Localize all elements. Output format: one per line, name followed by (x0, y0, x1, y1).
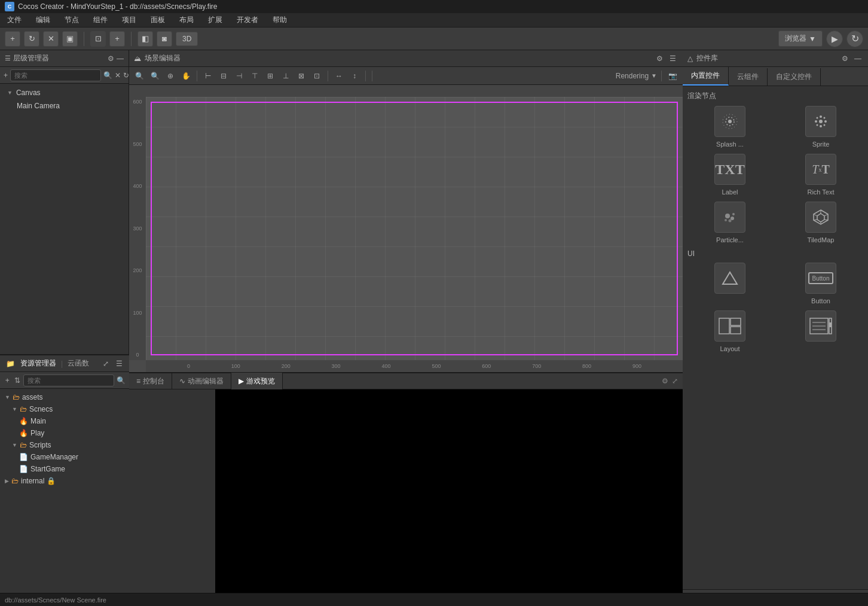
widget-tiledmap[interactable]: TiledMap (778, 202, 863, 243)
tab-animation[interactable]: ∿ 动画编辑器 (172, 373, 231, 389)
zoom-out[interactable]: 🔍 (148, 69, 161, 83)
menu-item-project[interactable]: 项目 (120, 14, 139, 26)
asset-search-input[interactable] (23, 374, 114, 386)
tab-console[interactable]: ≡ 控制台 (129, 373, 172, 389)
asset-node-play[interactable]: 🔥 Play (0, 427, 129, 439)
menu-item-layout[interactable]: 布局 (177, 14, 196, 26)
bottom-settings[interactable]: ⚙ (662, 377, 668, 385)
menu-item-component[interactable]: 组件 (91, 14, 110, 26)
hierarchy-close[interactable]: — (117, 54, 124, 63)
widget-label[interactable]: TXT Label (687, 154, 772, 196)
hierarchy-refresh[interactable]: ↻ (123, 70, 129, 81)
internal-folder-icon: 🗁 (11, 477, 19, 485)
hierarchy-filter[interactable]: ✕ (115, 70, 121, 81)
menu-item-extend[interactable]: 扩展 (206, 14, 225, 26)
asset-node-startgame[interactable]: 📄 StartGame (0, 463, 129, 475)
align-left[interactable]: ⊢ (201, 69, 215, 83)
menu-item-node[interactable]: 节点 (62, 14, 81, 26)
add-button[interactable]: + (5, 31, 20, 47)
bottom-expand[interactable]: ⤢ (672, 377, 678, 385)
browser-dropdown[interactable]: 浏览器 ▼ (778, 31, 823, 47)
asset-node-assets[interactable]: ▼ 🗁 assets (0, 391, 129, 403)
menu-item-help[interactable]: 帮助 (270, 14, 289, 26)
asset-panel: 📁 资源管理器 | 云函数 ⤢ ☰ + ⇅ 🔍 (0, 355, 129, 606)
hierarchy-search[interactable] (10, 69, 101, 81)
tool-add2[interactable]: + (109, 31, 125, 47)
align-h-center[interactable]: ⊟ (217, 69, 230, 83)
hierarchy-settings[interactable]: ⚙ (108, 54, 114, 63)
tree-node-maincamera[interactable]: Main Camera (0, 99, 129, 112)
svg-point-12 (725, 214, 730, 218)
hierarchy-add[interactable]: + (4, 70, 8, 81)
camera-btn[interactable]: 📷 (666, 69, 679, 83)
widget-richtext[interactable]: TxT Rich Text (778, 154, 863, 196)
asset-search-btn[interactable]: 🔍 (117, 375, 126, 386)
widget-sprite[interactable]: Sprite (778, 106, 863, 148)
scene-menu[interactable]: ☰ (667, 53, 678, 64)
distribute-v[interactable]: ⊡ (310, 69, 323, 83)
menu-item-file[interactable]: 文件 (5, 14, 24, 26)
richtext-label: Rich Text (807, 188, 834, 196)
align-right[interactable]: ⊣ (233, 69, 246, 83)
canvas-grid-area[interactable] (146, 97, 683, 360)
browser-label: 浏览器 (785, 34, 806, 44)
asset-sort[interactable]: ⇅ (14, 375, 22, 386)
menu-item-panel[interactable]: 面板 (148, 14, 167, 26)
hand-tool[interactable]: ✋ (179, 69, 192, 83)
tool-move[interactable]: ⊡ (90, 31, 106, 47)
rendering-arrow[interactable]: ▼ (651, 72, 657, 79)
tool-transform2[interactable]: ◙ (157, 31, 172, 47)
widget-polygon[interactable] (687, 263, 772, 304)
asset-expand[interactable]: ⤢ (100, 358, 111, 369)
refresh-button[interactable]: ↻ (24, 31, 39, 47)
toolbar-sep1 (84, 32, 84, 46)
internal-arrow: ▶ (5, 478, 9, 484)
asset-node-main[interactable]: 🔥 Main (0, 415, 129, 427)
settings-button[interactable]: ▣ (62, 31, 78, 47)
widget-splash[interactable]: Splash ... (687, 106, 772, 148)
menu-item-devtools[interactable]: 开发者 (234, 14, 261, 26)
widget-scrollview[interactable] (778, 310, 863, 352)
asset-tab-manager[interactable]: 资源管理器 (20, 358, 56, 369)
hierarchy-search-icon[interactable]: 🔍 (103, 70, 112, 81)
play-label: Play (30, 429, 44, 437)
scene-canvas[interactable]: 使用鼠标右键平移视窗焦点。使用滚轮缩放视图 600 500 400 300 20… (129, 85, 683, 372)
inspector-menu[interactable]: — (852, 53, 863, 64)
asset-node-gamemanager[interactable]: 📄 GameManager (0, 451, 129, 463)
sprite-label: Sprite (812, 141, 830, 148)
scene-settings[interactable]: ⚙ (654, 53, 665, 64)
zoom-in[interactable]: ⊕ (164, 69, 177, 83)
refresh-scene-button[interactable]: ↻ (846, 31, 863, 47)
play-button[interactable]: ▶ (826, 31, 843, 47)
align-top[interactable]: ⊤ (248, 69, 261, 83)
distribute-h[interactable]: ⊠ (295, 69, 308, 83)
content-area: ☰ 层级管理器 ⚙ — + 🔍 ✕ ↻ ▼ (0, 50, 868, 606)
asset-menu[interactable]: ☰ (114, 358, 124, 369)
asset-add[interactable]: + (4, 375, 11, 386)
flip-h[interactable]: ↔ (332, 69, 346, 83)
align-v-center[interactable]: ⊞ (264, 69, 277, 83)
tab-custom[interactable]: 自定义控件 (768, 68, 821, 86)
asset-tab-cloud[interactable]: 云函数 (68, 358, 89, 369)
asset-node-scripts[interactable]: ▼ 🗁 Scripts (0, 439, 129, 451)
zoom-fit[interactable]: 🔍 (133, 69, 146, 83)
menu-item-edit[interactable]: 编辑 (33, 14, 53, 26)
tab-cloud[interactable]: 云组件 (729, 68, 768, 86)
asset-node-internal[interactable]: ▶ 🗁 internal 🔒 (0, 475, 129, 487)
tree-node-canvas[interactable]: ▼ Canvas (0, 86, 129, 99)
tab-gamepreview[interactable]: ▶ 游戏预览 (231, 373, 283, 389)
flip-v[interactable]: ↕ (348, 69, 361, 83)
inspector-settings[interactable]: ⚙ (839, 53, 850, 64)
render-section: 渲染节点 Splash ... (687, 91, 863, 243)
hierarchy-actions: ⚙ — (108, 54, 124, 63)
3d-toggle[interactable]: 3D (176, 32, 198, 46)
tool-transform[interactable]: ◧ (137, 31, 153, 47)
asset-node-scnecs[interactable]: ▼ 🗁 Scnecs (0, 403, 129, 415)
move-button[interactable]: ✕ (43, 31, 59, 47)
widget-particle[interactable]: Particle... (687, 202, 772, 243)
tab-builtin[interactable]: 内置控件 (683, 67, 729, 86)
align-bottom[interactable]: ⊥ (279, 69, 292, 83)
app-logo: C (5, 2, 14, 11)
widget-layout[interactable]: Layout (687, 310, 772, 352)
widget-button[interactable]: Button Button (778, 263, 863, 304)
